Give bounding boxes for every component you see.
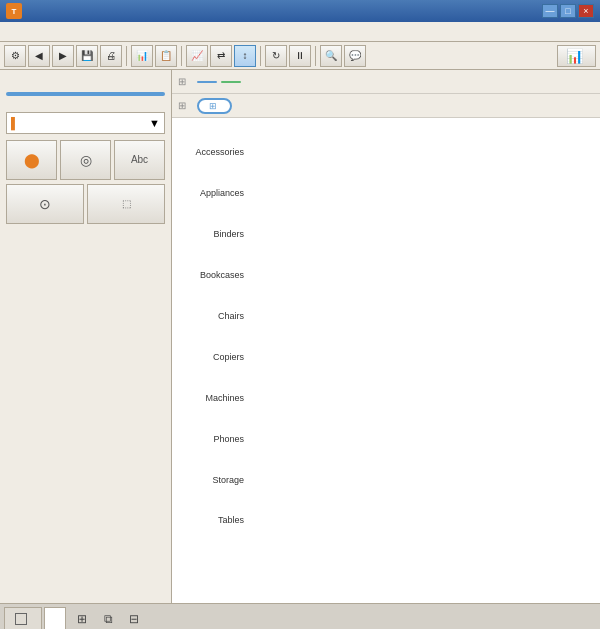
plus-icon: ⊞ [209,101,217,111]
toolbar-new-sheet[interactable]: 📊 [131,45,153,67]
menu-window[interactable] [130,31,142,33]
label-tables: Tables [180,511,248,529]
toolbar-swap[interactable]: ⇄ [210,45,232,67]
menu-file[interactable] [4,31,16,33]
toolbar-pause[interactable]: ⏸ [289,45,311,67]
columns-row: ⊞ [172,70,600,94]
label-machines: Machines [180,389,248,407]
menu-format[interactable] [102,31,114,33]
filters-section [6,88,165,96]
columns-sales-pill[interactable] [221,81,241,83]
menu-dashboard[interactable] [46,31,58,33]
chart-container: Accessories Appliances Binders Bookcases… [172,118,600,603]
subcategory-labels: Accessories Appliances Binders Bookcases… [180,132,248,577]
dropdown-arrow: ▼ [149,117,160,129]
menu-server[interactable] [116,31,128,33]
marks-size-btn[interactable]: ◎ [60,140,111,180]
rows-label: ⊞ [178,100,189,111]
toolbar: ⚙ ◀ ▶ 💾 🖨 📊 📋 📈 ⇄ ↕ ↻ ⏸ 🔍 💬 📊 [0,42,600,70]
label-phones: Phones [180,430,248,448]
canvas-area: ⊞ ⊞ ⊞ Accessories Applia [172,70,600,603]
label-chairs: Chairs [180,307,248,325]
datasource-checkbox[interactable] [15,613,27,625]
label-bookcases: Bookcases [180,266,248,284]
marks-color-btn[interactable]: ⬤ [6,140,57,180]
color-icon: ⬤ [24,152,40,168]
marks-label-btn[interactable]: Abc [114,140,165,180]
columns-segment-pill[interactable] [197,81,217,83]
toolbar-new-datasource[interactable]: ⚙ [4,45,26,67]
menu-data[interactable] [18,31,30,33]
toolbar-forward[interactable]: ▶ [52,45,74,67]
label-icon: Abc [131,154,148,165]
toolbar-save[interactable]: 💾 [76,45,98,67]
separator-4 [315,46,316,66]
main-area: ▌ ▼ ⬤ ◎ Abc ⊙ [0,70,600,603]
menu-bar [0,22,600,42]
toolbar-tooltip[interactable]: 💬 [344,45,366,67]
menu-story[interactable] [60,31,72,33]
menu-map[interactable] [88,31,100,33]
separator-2 [181,46,182,66]
show-me-icon: 📊 [566,48,583,64]
chart-panels [248,132,596,577]
toolbar-back[interactable]: ◀ [28,45,50,67]
marks-buttons-grid: ⬤ ◎ Abc [6,140,165,180]
title-bar: T — □ × [0,0,600,22]
pages-section [6,76,165,80]
detail-icon: ⊙ [39,196,51,212]
tab-sheet1[interactable] [44,607,66,629]
label-accessories: Accessories [180,143,248,161]
show-me-button[interactable]: 📊 [557,45,596,67]
toolbar-print[interactable]: 🖨 [100,45,122,67]
toolbar-chart-type[interactable]: 📈 [186,45,208,67]
separator-1 [126,46,127,66]
tab-bar: ⊞ ⧉ ⊟ [0,603,600,629]
marks-section: ▌ ▼ ⬤ ◎ Abc ⊙ [6,108,165,224]
menu-analysis[interactable] [74,31,86,33]
left-panel: ▌ ▼ ⬤ ◎ Abc ⊙ [0,70,172,603]
toolbar-highlight[interactable]: 🔍 [320,45,342,67]
maximize-button[interactable]: □ [560,4,576,18]
label-copiers: Copiers [180,348,248,366]
minimize-button[interactable]: — [542,4,558,18]
marks-type-dropdown[interactable]: ▌ ▼ [6,112,165,134]
marks-detail-btn[interactable]: ⊙ [6,184,84,224]
rows-row: ⊞ ⊞ [172,94,600,118]
label-binders: Binders [180,225,248,243]
columns-label: ⊞ [178,76,189,87]
marks-tooltip-btn[interactable]: ⬚ [87,184,165,224]
tooltip-icon: ⬚ [122,198,131,209]
menu-help[interactable] [144,31,156,33]
marks-row-2: ⊙ ⬚ [6,184,165,224]
menu-worksheet[interactable] [32,31,44,33]
close-button[interactable]: × [578,4,594,18]
new-sheet-button[interactable]: ⊞ [72,609,92,629]
label-appliances: Appliances [180,184,248,202]
new-dashboard-button[interactable]: ⊟ [124,609,144,629]
window-controls: — □ × [542,4,594,18]
tab-datasource[interactable] [4,607,42,629]
size-icon: ◎ [80,152,92,168]
toolbar-sort-asc[interactable]: ↕ [234,45,256,67]
duplicate-sheet-button[interactable]: ⧉ [98,609,118,629]
toolbar-duplicate[interactable]: 📋 [155,45,177,67]
chart-body: Accessories Appliances Binders Bookcases… [180,132,596,577]
separator-3 [260,46,261,66]
rows-subcategory-pill[interactable]: ⊞ [197,98,232,114]
label-storage: Storage [180,471,248,489]
filter-subcategory[interactable] [6,92,165,96]
app-icon: T [6,3,22,19]
toolbar-refresh[interactable]: ↻ [265,45,287,67]
